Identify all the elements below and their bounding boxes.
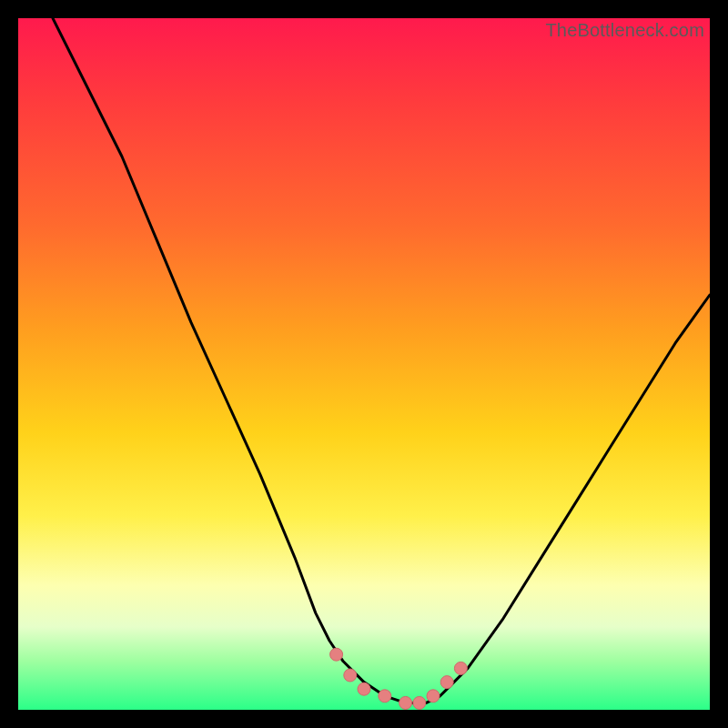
watermark-text: TheBottleneck.com <box>545 20 704 41</box>
plot-gradient-background <box>18 18 710 710</box>
chart-frame: TheBottleneck.com <box>18 18 710 710</box>
